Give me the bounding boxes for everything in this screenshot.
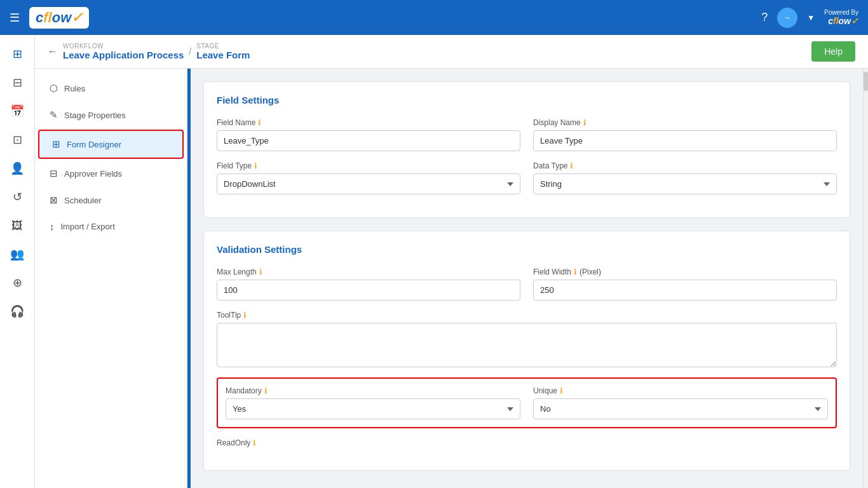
logo-box: cflow✓ (29, 7, 89, 29)
nav-dashboard[interactable]: ⊞ (4, 41, 30, 67)
sidebar-item-import-export[interactable]: ↕ Import / Export (35, 214, 187, 240)
mandatory-unique-row: Mandatory ℹ Yes No Unique (226, 386, 828, 419)
field-name-group: Field Name ℹ (217, 118, 520, 151)
field-width-label: Field Width ℹ (Pixel) (533, 268, 837, 276)
import-export-icon: ↕ (50, 221, 55, 232)
stage-title: Leave Form (196, 50, 250, 60)
mandatory-info-icon[interactable]: ℹ (264, 386, 268, 395)
nav-grid[interactable]: ⊟ (4, 70, 30, 95)
approver-fields-icon: ⊟ (50, 168, 58, 179)
sidebar-form-designer-label: Form Designer (67, 140, 121, 149)
max-length-info-icon[interactable]: ℹ (259, 268, 262, 276)
rules-icon: ⬡ (50, 83, 58, 94)
left-icon-bar: ⊞ ⊟ 📅 ⊡ 👤 ↺ 🖼 👥 ⊕ 🎧 (0, 35, 35, 488)
data-type-label: Data Type ℹ (533, 161, 837, 170)
mandatory-section: Mandatory ℹ Yes No Unique (217, 377, 837, 428)
nav-team[interactable]: 👥 (4, 241, 30, 267)
stage-label: STAGE (196, 43, 250, 50)
field-width-input[interactable] (533, 280, 837, 301)
sidebar-rules-label: Rules (64, 84, 85, 93)
data-type-group: Data Type ℹ String Integer Boolean DateT… (533, 161, 837, 194)
field-name-label: Field Name ℹ (217, 118, 520, 127)
nav-history[interactable]: ↺ (4, 184, 30, 210)
workflow-title: Leave Application Process (63, 50, 184, 60)
app-header: ☰ cflow✓ ? ~ ▼ Powered By cflow✓ (0, 0, 868, 35)
field-name-info-icon[interactable]: ℹ (258, 118, 261, 127)
display-name-group: Display Name ℹ (533, 118, 837, 151)
nav-calendar[interactable]: 📅 (4, 98, 30, 124)
help-circle-icon[interactable]: ? (761, 11, 768, 24)
sidebar-item-form-designer[interactable]: ⊞ Form Designer (38, 130, 184, 159)
display-name-info-icon[interactable]: ℹ (583, 118, 587, 127)
sidebar-approver-label: Approver Fields (64, 169, 122, 179)
form-designer-icon: ⊞ (52, 139, 60, 150)
main-layout: ⊞ ⊟ 📅 ⊡ 👤 ↺ 🖼 👥 ⊕ 🎧 ← WORKFLOW Leave App… (0, 35, 868, 488)
sidebar-stage-label: Stage Properties (64, 111, 126, 120)
field-width-group: Field Width ℹ (Pixel) (533, 268, 837, 301)
help-button[interactable]: Help (811, 41, 855, 62)
field-type-info-icon[interactable]: ℹ (254, 161, 257, 170)
max-length-label: Max Length ℹ (217, 268, 520, 276)
max-length-input[interactable] (217, 280, 520, 301)
chevron-down-icon[interactable]: ▼ (807, 13, 815, 22)
sidebar-scheduler-label: Scheduler (64, 196, 102, 205)
workflow-section: WORKFLOW Leave Application Process (63, 43, 184, 60)
sidebar-import-export-label: Import / Export (61, 222, 115, 231)
field-type-select[interactable]: DropDownList TextBox DatePicker CheckBox (217, 173, 520, 194)
sidebar-item-rules[interactable]: ⬡ Rules (35, 75, 187, 102)
logo: cflow✓ (36, 10, 83, 26)
workflow-label: WORKFLOW (63, 43, 184, 50)
field-name-row: Field Name ℹ Display Name ℹ (217, 118, 837, 151)
field-type-row: Field Type ℹ DropDownList TextBox DatePi… (217, 161, 837, 194)
unique-group: Unique ℹ No Yes (533, 386, 828, 419)
max-length-group: Max Length ℹ (217, 268, 520, 301)
field-type-label: Field Type ℹ (217, 161, 520, 170)
header-right: ? ~ ▼ Powered By cflow✓ (761, 8, 858, 28)
tooltip-group: ToolTip ℹ (217, 311, 837, 367)
mandatory-select[interactable]: Yes No (226, 398, 520, 419)
sidebar-item-stage-properties[interactable]: ✎ Stage Properties (35, 102, 187, 128)
tooltip-label: ToolTip ℹ (217, 311, 837, 320)
scroll-thumb[interactable] (864, 72, 868, 91)
nav-add[interactable]: ⊕ (4, 270, 30, 295)
tooltip-info-icon[interactable]: ℹ (243, 311, 247, 320)
scroll-track (863, 69, 868, 488)
nav-reports[interactable]: ⊡ (4, 127, 30, 152)
field-settings-card: Field Settings Field Name ℹ Display Name (203, 81, 850, 218)
unique-select[interactable]: No Yes (533, 398, 828, 419)
display-name-input[interactable] (533, 130, 837, 151)
mandatory-label: Mandatory ℹ (226, 386, 520, 395)
sidebar-item-approver-fields[interactable]: ⊟ Approver Fields (35, 160, 187, 187)
data-type-info-icon[interactable]: ℹ (570, 161, 573, 170)
hamburger-icon[interactable]: ☰ (10, 11, 20, 25)
field-name-input[interactable] (217, 130, 520, 151)
validation-settings-card: Validation Settings Max Length ℹ Field W… (203, 231, 850, 471)
form-area: Field Settings Field Name ℹ Display Name (191, 69, 863, 488)
data-type-select[interactable]: String Integer Boolean DateTime (533, 173, 837, 194)
header-left: ☰ cflow✓ (10, 7, 89, 29)
back-button[interactable]: ← (48, 46, 58, 57)
field-width-info-icon[interactable]: ℹ (574, 268, 577, 276)
sidebar-item-scheduler[interactable]: ⊠ Scheduler (35, 187, 187, 214)
max-length-row: Max Length ℹ Field Width ℹ (Pixel) (217, 268, 837, 301)
field-settings-title: Field Settings (217, 95, 837, 105)
readonly-group: ReadOnly ℹ (217, 438, 837, 447)
powered-by-container: Powered By cflow✓ (824, 9, 858, 26)
powered-by-label: Powered By (824, 9, 858, 16)
user-avatar[interactable]: ~ (777, 8, 797, 28)
tooltip-row: ToolTip ℹ (217, 311, 837, 367)
nav-support[interactable]: 🎧 (4, 299, 30, 324)
display-name-label: Display Name ℹ (533, 118, 837, 127)
nav-user[interactable]: 👤 (4, 156, 30, 181)
unique-info-icon[interactable]: ℹ (560, 386, 563, 395)
readonly-info-icon[interactable]: ℹ (253, 438, 256, 447)
powered-cflow-logo: cflow✓ (828, 16, 858, 26)
nav-gallery[interactable]: 🖼 (4, 213, 30, 238)
stage-section: STAGE Leave Form (196, 43, 250, 60)
breadcrumb-divider: / (189, 46, 191, 57)
tooltip-textarea[interactable] (217, 323, 837, 367)
scheduler-icon: ⊠ (50, 194, 58, 206)
sidebar: ⬡ Rules ✎ Stage Properties ⊞ Form Design… (35, 69, 187, 488)
pixel-label: (Pixel) (580, 268, 601, 276)
validation-settings-title: Validation Settings (217, 244, 837, 255)
